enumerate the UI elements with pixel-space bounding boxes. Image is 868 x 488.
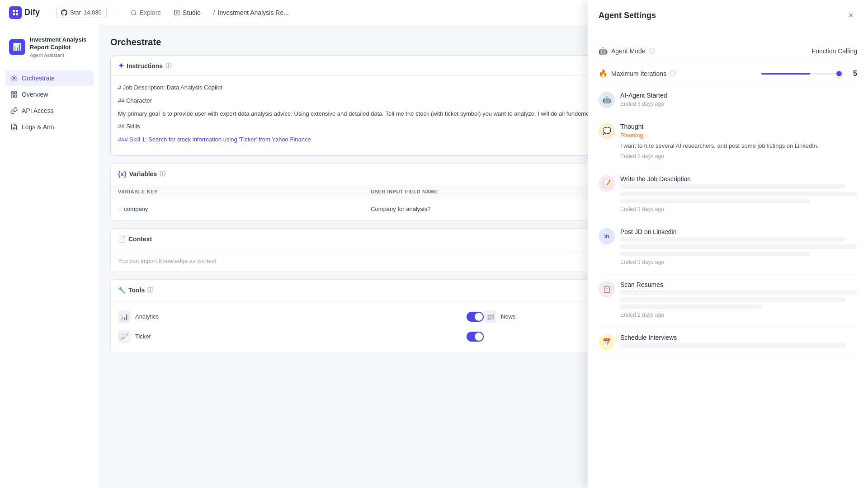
variables-icon: {x} xyxy=(118,170,127,178)
agent-mode-info-icon[interactable]: ⓘ xyxy=(649,47,655,55)
skeleton-5 xyxy=(620,244,857,249)
orchestrate-icon xyxy=(10,74,18,82)
thought-avatar: 💭 xyxy=(599,123,615,139)
skeleton-8 xyxy=(620,297,845,302)
svg-rect-0 xyxy=(13,10,15,12)
page-title: Orchestrate xyxy=(110,37,161,47)
github-star-button[interactable]: Star 14,030 xyxy=(56,7,107,18)
col-variable-key: VARIABLE KEY xyxy=(118,189,371,194)
app-name: Investment Analysis Report Copilot xyxy=(30,36,90,52)
skeleton-2 xyxy=(620,192,857,196)
slider-thumb xyxy=(835,70,843,77)
analytics-toggle[interactable] xyxy=(467,312,484,322)
tool-ticker: 📈 Ticker xyxy=(118,327,484,347)
write-jd-meta: Ended 3 days ago xyxy=(620,206,857,212)
schedule-title: Schedule Interviews xyxy=(620,334,857,341)
iterations-control: 5 xyxy=(761,70,857,78)
tools-title: 🔧 Tools ⓘ xyxy=(118,286,153,294)
max-iterations-label-container: 🔥 Maximum Iterations ⓘ xyxy=(599,69,676,78)
overview-icon xyxy=(10,90,18,99)
star-count: 14,030 xyxy=(84,9,102,16)
sidebar-item-orchestrate-label: Orchestrate xyxy=(22,75,55,82)
ticker-toggle[interactable] xyxy=(467,332,484,342)
analytics-icon: 📊 xyxy=(118,310,131,323)
post-jd-avatar: in xyxy=(599,228,615,244)
thought-title: Thought xyxy=(620,123,857,130)
app-info: 📊 Investment Analysis Report Copilot Age… xyxy=(5,33,94,61)
write-jd-content: Write the Job Description Ended 3 days a… xyxy=(620,175,857,215)
svg-rect-2 xyxy=(13,13,15,15)
sidebar-item-orchestrate[interactable]: Orchestrate xyxy=(5,70,94,86)
post-jd-title: Post JD on Linkedin xyxy=(620,228,857,235)
svg-rect-10 xyxy=(14,95,17,97)
schedule-avatar: 📅 xyxy=(599,334,615,350)
iterations-icon: 🔥 xyxy=(599,69,608,78)
app-info-text: Investment Analysis Report Copilot Agent… xyxy=(30,36,90,58)
ticker-name: Ticker xyxy=(135,333,462,340)
skeleton-9 xyxy=(620,305,762,309)
timeline-item-schedule: 📅 Schedule Interviews xyxy=(599,328,857,357)
thought-sublabel: Planning... xyxy=(620,132,857,139)
breadcrumb-current: Investment Analysis Re... xyxy=(218,9,289,16)
skeleton-1 xyxy=(620,184,845,189)
iterations-slider[interactable] xyxy=(761,73,843,75)
context-title: 📄 Context xyxy=(118,235,152,243)
svg-rect-1 xyxy=(16,10,18,12)
sidebar-item-logs-label: Logs & Ann. xyxy=(22,123,56,131)
variables-title: {x} Variables ⓘ xyxy=(118,170,165,178)
agent-mode-icon: 🤖 xyxy=(599,47,608,55)
tool-analytics: 📊 Analytics xyxy=(118,307,484,327)
sidebar-item-api-access[interactable]: API Access xyxy=(5,103,94,118)
agent-settings-panel: Agent Settings × 🤖 Agent Mode ⓘ Function… xyxy=(588,25,868,488)
agent-mode-label: Agent Mode xyxy=(611,47,646,55)
ai-agent-content: AI-Agent Started Ended 3 days ago xyxy=(620,92,857,110)
sidebar-item-overview-label: Overview xyxy=(22,91,48,98)
svg-rect-9 xyxy=(11,95,14,97)
nav-studio[interactable]: Studio xyxy=(168,6,206,19)
panel-header: Agent Settings × xyxy=(588,25,868,31)
scan-resumes-title: Scan Resumes xyxy=(620,281,857,288)
skeleton-10 xyxy=(620,343,845,347)
api-access-icon xyxy=(10,107,18,115)
svg-point-4 xyxy=(131,10,135,14)
instructions-title: ✦ Instructions ⓘ xyxy=(118,61,171,70)
sidebar-item-logs[interactable]: Logs & Ann. xyxy=(5,119,94,135)
news-icon: 📰 xyxy=(484,310,496,323)
iterations-value: 5 xyxy=(848,70,857,78)
panel-body: 🤖 Agent Mode ⓘ Function Calling 🔥 Maximu… xyxy=(588,31,868,488)
sidebar-item-overview[interactable]: Overview xyxy=(5,87,94,102)
timeline-item-scan-resumes: 📋 Scan Resumes Ended 2 days ago xyxy=(599,275,857,328)
star-label: Star xyxy=(70,9,81,16)
context-icon: 📄 xyxy=(118,235,126,243)
nav-links: Explore Studio xyxy=(125,6,206,19)
nav-divider xyxy=(116,7,116,18)
variables-info-icon[interactable]: ⓘ xyxy=(160,170,165,178)
timeline: 🤖 AI-Agent Started Ended 3 days ago 💭 Th… xyxy=(599,85,857,357)
main-layout: 📊 Investment Analysis Report Copilot Age… xyxy=(0,25,868,488)
timeline-item-thought: 💭 Thought Planning... I want to hire sev… xyxy=(599,117,857,169)
instructions-icon: ✦ xyxy=(118,61,124,70)
svg-rect-7 xyxy=(11,92,14,94)
variable-key-value: company xyxy=(124,206,148,212)
sidebar-nav: Orchestrate Overview API Access Logs & A… xyxy=(5,70,94,135)
timeline-item-post-jd: in Post JD on Linkedin Ended 3 days ago xyxy=(599,222,857,275)
write-jd-title: Write the Job Description xyxy=(620,175,857,183)
max-iterations-label: Maximum Iterations xyxy=(611,70,666,77)
skeleton-7 xyxy=(620,290,857,295)
variable-key: ≡ company xyxy=(118,206,371,212)
svg-point-6 xyxy=(13,77,15,79)
logo-text: Dify xyxy=(24,8,40,17)
max-iterations-info-icon[interactable]: ⓘ xyxy=(670,70,676,78)
logo-area: Dify xyxy=(9,6,40,19)
instructions-info-icon[interactable]: ⓘ xyxy=(165,62,171,70)
tools-info-icon[interactable]: ⓘ xyxy=(147,286,153,294)
schedule-content: Schedule Interviews xyxy=(620,334,857,350)
thought-content: Thought Planning... I want to hire sever… xyxy=(620,123,857,162)
slider-fill xyxy=(761,73,810,75)
scan-resumes-content: Scan Resumes Ended 2 days ago xyxy=(620,281,857,321)
nav-explore[interactable]: Explore xyxy=(125,6,166,19)
timeline-item-ai-agent-started: 🤖 AI-Agent Started Ended 3 days ago xyxy=(599,85,857,117)
post-jd-content: Post JD on Linkedin Ended 3 days ago xyxy=(620,228,857,268)
scan-resumes-avatar: 📋 xyxy=(599,281,615,297)
timeline-item-write-jd: 📝 Write the Job Description Ended 3 days… xyxy=(599,169,857,222)
